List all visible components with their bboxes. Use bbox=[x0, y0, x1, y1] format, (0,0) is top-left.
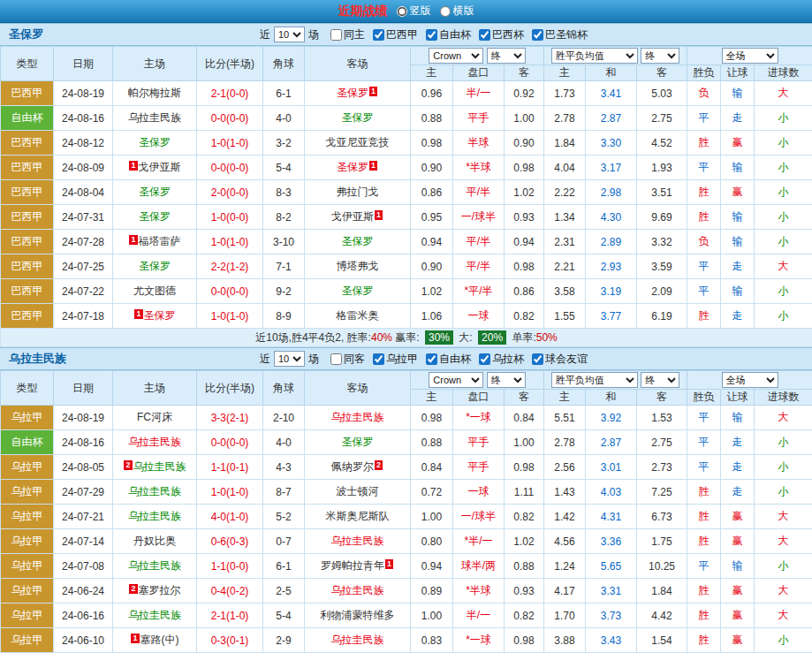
avg-odds-select[interactable]: 胜平负均值 bbox=[551, 48, 638, 64]
team-name[interactable]: 乌拉圭民族 bbox=[128, 510, 181, 522]
score-cell[interactable]: 2-2(1-2) bbox=[197, 254, 263, 279]
layout-option-vertical[interactable]: 竖版 bbox=[397, 4, 431, 19]
filter-option[interactable]: 同客 bbox=[330, 352, 365, 367]
score-cell[interactable]: 1-1(0-1) bbox=[197, 455, 263, 480]
odds-company-select[interactable]: Crown bbox=[429, 48, 483, 64]
team-name[interactable]: 圣保罗 bbox=[139, 260, 171, 272]
score-cell[interactable]: 0-6(0-3) bbox=[197, 529, 263, 554]
team-name[interactable]: 佩纳罗尔 bbox=[331, 460, 374, 473]
team-name[interactable]: 塞路(中) bbox=[140, 634, 179, 646]
team-name[interactable]: 乌拉圭民族 bbox=[331, 584, 384, 596]
score-cell[interactable]: 4-0(1-0) bbox=[197, 505, 263, 529]
eu-home-odds: 2.21 bbox=[544, 254, 586, 279]
filter-checkbox[interactable] bbox=[330, 353, 342, 365]
team-name[interactable]: 弗拉门戈 bbox=[337, 186, 379, 198]
team-name[interactable]: 圣保罗 bbox=[342, 436, 374, 448]
score-cell[interactable]: 1-0(1-0) bbox=[197, 131, 263, 156]
layout-option-horizontal[interactable]: 横版 bbox=[440, 4, 474, 19]
filter-option[interactable]: 乌拉甲 bbox=[373, 352, 418, 367]
filter-checkbox[interactable] bbox=[373, 353, 384, 365]
odds-company-select[interactable]: Crown bbox=[429, 372, 483, 388]
score-cell[interactable]: 3-3(2-1) bbox=[197, 406, 263, 430]
filter-checkbox[interactable] bbox=[532, 29, 543, 41]
score-cell[interactable]: 0-0(0-0) bbox=[197, 430, 263, 455]
team-name[interactable]: 圣保罗 bbox=[342, 235, 374, 247]
score-cell[interactable]: 0-0(0-0) bbox=[197, 106, 263, 131]
team-name[interactable]: FC河床 bbox=[137, 411, 172, 423]
score-cell[interactable]: 1-0(1-0) bbox=[197, 304, 263, 329]
score-cell[interactable]: 1-0(0-0) bbox=[197, 205, 263, 230]
filter-checkbox[interactable] bbox=[479, 353, 490, 365]
team-name[interactable]: 利物浦蒙特维多 bbox=[321, 609, 395, 621]
score-cell[interactable]: 0-3(0-1) bbox=[197, 628, 263, 653]
team-name[interactable]: 格雷米奥 bbox=[337, 309, 379, 322]
filter-checkbox[interactable] bbox=[532, 353, 543, 365]
team-name[interactable]: 乌拉圭民族 bbox=[331, 411, 384, 423]
match-count-select[interactable]: 10 bbox=[274, 351, 305, 367]
filter-checkbox[interactable] bbox=[426, 353, 437, 365]
avg-odds-select[interactable]: 胜平负均值 bbox=[551, 372, 638, 388]
team-name[interactable]: 塞罗拉尔 bbox=[139, 584, 181, 596]
filter-checkbox[interactable] bbox=[373, 29, 384, 41]
horizontal-layout-radio[interactable] bbox=[440, 6, 451, 17]
team-name-title[interactable]: 乌拉圭民族 bbox=[9, 351, 66, 367]
team-name[interactable]: 丹奴比奥 bbox=[133, 535, 176, 547]
team-name[interactable]: 乌拉圭民族 bbox=[128, 436, 181, 448]
score-cell[interactable]: 0-4(0-2) bbox=[197, 579, 263, 603]
filter-option[interactable]: 球会友谊 bbox=[532, 352, 588, 367]
score-cell[interactable]: 2-1(1-0) bbox=[197, 603, 263, 628]
score-cell[interactable]: 2-0(0-0) bbox=[197, 180, 263, 205]
filter-option[interactable]: 巴西甲 bbox=[373, 27, 418, 42]
team-name[interactable]: 戈伊亚斯 bbox=[331, 210, 374, 223]
score-cell[interactable]: 0-0(0-0) bbox=[197, 156, 263, 180]
team-name[interactable]: 圣保罗 bbox=[342, 285, 374, 297]
team-name[interactable]: 乌拉圭民族 bbox=[133, 460, 186, 473]
team-name[interactable]: 乌拉圭民族 bbox=[331, 535, 384, 547]
team-name[interactable]: 圣保罗 bbox=[342, 111, 374, 124]
team-name[interactable]: 乌拉圭民族 bbox=[128, 609, 181, 621]
team-name[interactable]: 圣保罗 bbox=[139, 186, 171, 198]
filter-option[interactable]: 自由杯 bbox=[426, 352, 471, 367]
filter-checkbox[interactable] bbox=[330, 29, 342, 41]
filter-checkbox[interactable] bbox=[426, 29, 437, 41]
team-name[interactable]: 博塔弗戈 bbox=[337, 260, 379, 272]
filter-option[interactable]: 巴西杯 bbox=[479, 27, 524, 42]
team-name[interactable]: 圣保罗 bbox=[337, 161, 368, 173]
score-cell[interactable]: 0-0(0-0) bbox=[197, 279, 263, 304]
team-name[interactable]: 戈亚尼亚竞技 bbox=[326, 136, 390, 148]
filter-option[interactable]: 乌拉杯 bbox=[479, 352, 524, 367]
scope-select[interactable]: 全场 bbox=[722, 372, 778, 388]
filter-option[interactable]: 同主 bbox=[330, 27, 365, 42]
score-cell[interactable]: 2-1(0-0) bbox=[197, 81, 263, 106]
team-name[interactable]: 圣保罗 bbox=[144, 309, 176, 322]
vertical-layout-radio[interactable] bbox=[397, 6, 407, 17]
match-count-select[interactable]: 10 bbox=[274, 27, 305, 42]
team-name[interactable]: 福塔雷萨 bbox=[139, 235, 181, 247]
europe-final-select[interactable]: 终 bbox=[641, 372, 679, 388]
filter-option[interactable]: 自由杯 bbox=[426, 27, 471, 42]
score-cell[interactable]: 1-0(1-0) bbox=[197, 230, 263, 254]
asia-final-select[interactable]: 终 bbox=[487, 48, 526, 64]
score-cell[interactable]: 1-0(1-0) bbox=[197, 480, 263, 505]
team-name[interactable]: 圣保罗 bbox=[337, 87, 368, 99]
team-name[interactable]: 乌拉圭民族 bbox=[128, 111, 181, 124]
team-name[interactable]: 圣保罗 bbox=[139, 210, 171, 223]
scope-select[interactable]: 全场 bbox=[722, 48, 778, 64]
team-name[interactable]: 戈伊亚斯 bbox=[139, 161, 181, 173]
team-name[interactable]: 波士顿河 bbox=[337, 485, 379, 497]
team-name[interactable]: 圣保罗 bbox=[139, 136, 171, 148]
result-cell: 平 bbox=[687, 279, 721, 304]
europe-final-select[interactable]: 终 bbox=[641, 48, 679, 64]
team-name-title[interactable]: 圣保罗 bbox=[9, 27, 43, 42]
team-name[interactable]: 帕尔梅拉斯 bbox=[128, 87, 181, 99]
team-name[interactable]: 罗姆帕拉青年 bbox=[321, 559, 384, 572]
team-name[interactable]: 乌拉圭民族 bbox=[331, 634, 384, 646]
asia-final-select[interactable]: 终 bbox=[487, 372, 526, 388]
team-name[interactable]: 乌拉圭民族 bbox=[128, 485, 181, 497]
team-name[interactable]: 米斯奥尼斯队 bbox=[326, 510, 390, 522]
score-cell[interactable]: 1-1(0-0) bbox=[197, 554, 263, 579]
filter-checkbox[interactable] bbox=[479, 29, 490, 41]
filter-option[interactable]: 巴圣锦杯 bbox=[532, 27, 588, 42]
team-name[interactable]: 尤文图德 bbox=[133, 285, 176, 297]
team-name[interactable]: 乌拉圭民族 bbox=[128, 559, 181, 572]
